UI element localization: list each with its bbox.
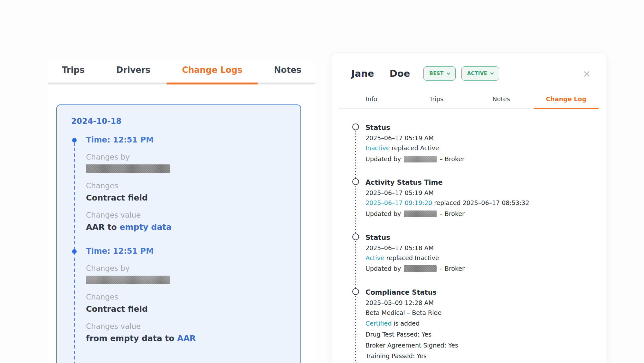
timeline-entry: Status 2025–06–17 05:19 AM Inactive repl… bbox=[352, 124, 593, 163]
entry-lines: Inactive replaced ActiveUpdated by – Bro… bbox=[365, 144, 593, 163]
tab-drivers[interactable]: Drivers bbox=[112, 60, 155, 83]
timeline-entry: Compliance Status 2025–05–09 12:28 AM Be… bbox=[352, 289, 593, 363]
tab-label: Notes bbox=[492, 95, 510, 103]
driver-detail-card: Jane Doe BEST ACTIVE × Info Trips Notes … bbox=[332, 53, 606, 363]
redacted-text bbox=[404, 265, 437, 272]
redacted-name bbox=[86, 164, 170, 173]
tab-label: Trips bbox=[62, 65, 85, 75]
line-text: replaced 2025–06–17 08:53:32 bbox=[432, 199, 529, 206]
badge-best[interactable]: BEST bbox=[423, 66, 455, 81]
changes-field: Contract field bbox=[86, 193, 286, 202]
tab-label: Trips bbox=[429, 95, 443, 103]
entry-lines: 2025–06–17 09:19:20 replaced 2025–06–17 … bbox=[365, 199, 593, 218]
value-highlight: AAR bbox=[177, 334, 196, 343]
driver-header: Jane Doe BEST ACTIVE × bbox=[332, 53, 606, 81]
entry-time: Time: 12:51 PM bbox=[86, 135, 286, 144]
tab-trips[interactable]: Trips bbox=[404, 91, 469, 108]
chevron-down-icon bbox=[447, 71, 450, 74]
tab-label: Drivers bbox=[116, 65, 150, 75]
badge-group: BEST ACTIVE bbox=[423, 66, 499, 81]
timeline-circle-icon bbox=[352, 178, 359, 185]
line-text: Beta Medical – Beta Ride bbox=[365, 309, 441, 316]
line-text: – Broker bbox=[438, 155, 464, 162]
entry-line: Updated by – Broker bbox=[365, 155, 593, 163]
line-text: – Broker bbox=[438, 210, 464, 217]
change-log-card: 2024-10-18 Time: 12:51 PM Changes by Cha… bbox=[56, 104, 301, 363]
changes-value-label: Changes value bbox=[86, 211, 286, 219]
entry-line: Updated by – Broker bbox=[365, 210, 593, 218]
changes-by-label: Changes by bbox=[86, 264, 286, 272]
value-prefix: AAR to bbox=[86, 222, 119, 232]
line-text: is added bbox=[392, 320, 420, 327]
entry-timestamp: 2025–06–17 05:19 AM bbox=[365, 134, 593, 142]
entry-title: Activity Status Time bbox=[365, 179, 593, 186]
timeline-entry: Activity Status Time 2025–06–17 05:19 AM… bbox=[352, 179, 593, 218]
redacted-text bbox=[404, 211, 437, 217]
tab-label: Change Log bbox=[546, 95, 586, 103]
changed-value: 2025–06–17 09:19:20 bbox=[365, 199, 432, 206]
entry-line: Beta Medical – Beta Ride bbox=[365, 309, 593, 317]
change-logs-panel: Trips Drivers Change Logs Notes 2024-10-… bbox=[48, 60, 316, 363]
tab-notes[interactable]: Notes bbox=[270, 60, 306, 83]
tab-trips[interactable]: Trips bbox=[57, 60, 89, 83]
entry-line: Updated by – Broker bbox=[365, 265, 593, 273]
changes-by-label: Changes by bbox=[86, 153, 286, 161]
tab-label: Change Logs bbox=[182, 65, 242, 75]
line-text: – Broker bbox=[438, 265, 464, 272]
value-highlight: empty data bbox=[119, 222, 171, 232]
changes-value: from empty data to AAR bbox=[86, 334, 286, 343]
tab-info[interactable]: Info bbox=[339, 91, 404, 108]
changes-value-label: Changes value bbox=[86, 322, 286, 330]
line-text: replaced Inactive bbox=[384, 254, 439, 261]
timeline: Status 2025–06–17 05:19 AM Inactive repl… bbox=[352, 124, 593, 363]
entry-line: Inactive replaced Active bbox=[365, 144, 593, 152]
entry-title: Compliance Status bbox=[365, 289, 593, 296]
changes-label: Changes bbox=[86, 293, 286, 301]
entry-line: Drug Test Passed: Yes bbox=[365, 330, 593, 339]
change-log-entry: Time: 12:51 PM Changes by Changes Contra… bbox=[71, 247, 286, 343]
tab-change-log[interactable]: Change Log bbox=[534, 91, 599, 108]
chevron-down-icon bbox=[490, 71, 494, 74]
timeline-entry: Status 2025–06–17 05:18 AM Active replac… bbox=[352, 234, 593, 273]
line-text: Updated by bbox=[365, 210, 403, 217]
right-tabbar: Info Trips Notes Change Log bbox=[339, 91, 599, 109]
entry-lines: Beta Medical – Beta RideCertified is add… bbox=[365, 309, 593, 363]
line-text: Training Passed: Yes bbox=[365, 352, 427, 359]
entry-line: Active replaced Inactive bbox=[365, 254, 593, 262]
badge-active[interactable]: ACTIVE bbox=[461, 66, 499, 81]
tab-change-logs[interactable]: Change Logs bbox=[177, 60, 247, 83]
entry-timestamp: 2025–06–17 05:19 AM bbox=[365, 189, 593, 196]
entry-timestamp: 2025–06–17 05:18 AM bbox=[365, 244, 593, 251]
timeline-circle-icon bbox=[352, 288, 359, 295]
driver-last-name: Doe bbox=[390, 68, 410, 79]
entry-line: Training Passed: Yes bbox=[365, 352, 593, 360]
tab-notes[interactable]: Notes bbox=[469, 91, 534, 108]
redacted-name bbox=[86, 276, 170, 284]
log-entries: Time: 12:51 PM Changes by Changes Contra… bbox=[71, 135, 286, 343]
tab-label: Notes bbox=[274, 65, 301, 75]
line-text: Broker Agreement Signed: Yes bbox=[365, 342, 458, 349]
entry-time: Time: 12:51 PM bbox=[86, 247, 286, 256]
redacted-text bbox=[404, 156, 437, 162]
tab-label: Info bbox=[366, 95, 377, 103]
entry-lines: Active replaced InactiveUpdated by – Bro… bbox=[365, 254, 593, 273]
value-prefix: from empty data to bbox=[86, 334, 177, 343]
driver-first-name: Jane bbox=[351, 68, 374, 79]
entry-timestamp: 2025–05–09 12:28 AM bbox=[365, 299, 593, 306]
left-tabbar: Trips Drivers Change Logs Notes bbox=[48, 60, 316, 83]
timeline-dot bbox=[72, 138, 77, 142]
entry-title: Status bbox=[365, 234, 593, 241]
line-text: replaced Active bbox=[390, 144, 439, 152]
entry-line: Broker Agreement Signed: Yes bbox=[365, 341, 593, 350]
line-text: Updated by bbox=[365, 155, 403, 162]
entry-line: Certified is added bbox=[365, 319, 593, 328]
entry-line: 2025–06–17 09:19:20 replaced 2025–06–17 … bbox=[365, 199, 593, 207]
changed-value: Certified bbox=[365, 320, 392, 327]
timeline-circle-icon bbox=[352, 233, 359, 240]
badge-label: BEST bbox=[429, 71, 443, 76]
changes-field: Contract field bbox=[86, 304, 286, 314]
changes-label: Changes bbox=[86, 182, 286, 190]
close-icon[interactable]: × bbox=[582, 69, 591, 79]
line-text: Drug Test Passed: Yes bbox=[365, 331, 431, 338]
badge-label: ACTIVE bbox=[467, 71, 488, 76]
